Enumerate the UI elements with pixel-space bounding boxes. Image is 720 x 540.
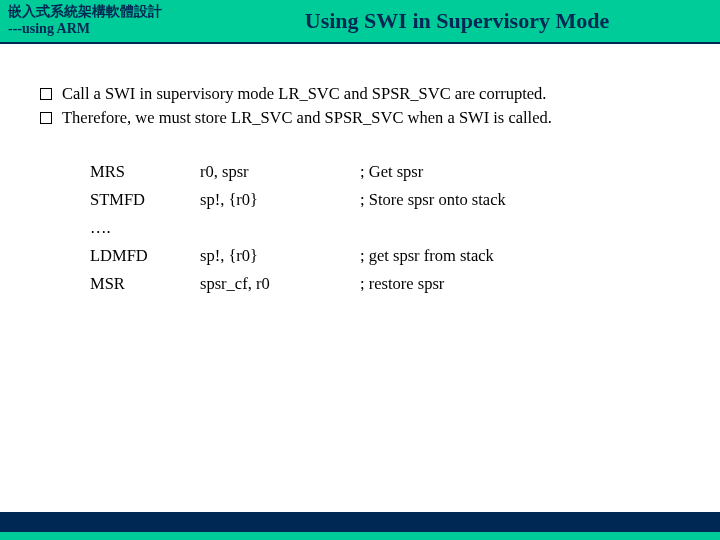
mnemonic: MRS [90, 158, 200, 186]
mnemonic: LDMFD [90, 242, 200, 270]
slide-header: 嵌入式系統架構軟體設計 ---using ARM Using SWI in Su… [0, 0, 720, 44]
comment: ; Get spsr [360, 158, 680, 186]
mnemonic: …. [90, 214, 200, 242]
operands [200, 214, 360, 242]
footer-bar-dark [0, 512, 720, 532]
footer-bar-teal [0, 532, 720, 540]
slide-content: Call a SWI in supervisory mode LR_SVC an… [0, 44, 720, 298]
bullet-text: Call a SWI in supervisory mode LR_SVC an… [62, 84, 546, 104]
square-bullet-icon [40, 112, 52, 124]
assembly-code-block: MRS r0, spsr ; Get spsr STMFD sp!, {r0} … [90, 158, 680, 298]
operands: r0, spsr [200, 158, 360, 186]
comment: ; restore spsr [360, 270, 680, 298]
slide-title: Using SWI in Supervisory Mode [162, 8, 712, 34]
header-left: 嵌入式系統架構軟體設計 ---using ARM [8, 4, 162, 38]
comment: ; get spsr from stack [360, 242, 680, 270]
bullet-text: Therefore, we must store LR_SVC and SPSR… [62, 108, 552, 128]
mnemonic: MSR [90, 270, 200, 298]
code-row: STMFD sp!, {r0} ; Store spsr onto stack [90, 186, 680, 214]
bullet-item: Call a SWI in supervisory mode LR_SVC an… [40, 84, 680, 104]
code-row: MSR spsr_cf, r0 ; restore spsr [90, 270, 680, 298]
slide-footer [0, 512, 720, 540]
comment [360, 214, 680, 242]
code-row: LDMFD sp!, {r0} ; get spsr from stack [90, 242, 680, 270]
course-title-cn: 嵌入式系統架構軟體設計 [8, 4, 162, 21]
code-row: …. [90, 214, 680, 242]
mnemonic: STMFD [90, 186, 200, 214]
bullet-item: Therefore, we must store LR_SVC and SPSR… [40, 108, 680, 128]
course-subtitle: ---using ARM [8, 21, 162, 38]
code-row: MRS r0, spsr ; Get spsr [90, 158, 680, 186]
operands: spsr_cf, r0 [200, 270, 360, 298]
operands: sp!, {r0} [200, 186, 360, 214]
square-bullet-icon [40, 88, 52, 100]
comment: ; Store spsr onto stack [360, 186, 680, 214]
operands: sp!, {r0} [200, 242, 360, 270]
